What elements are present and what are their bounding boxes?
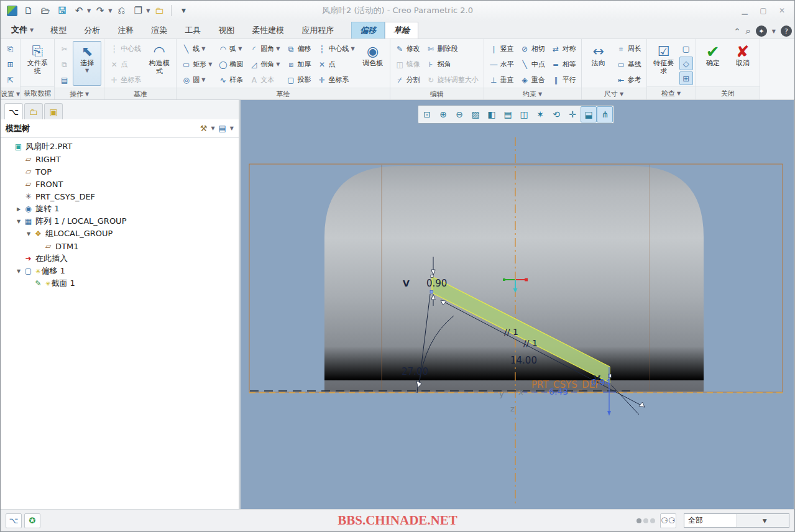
基线-button[interactable]: ▭基线 bbox=[614, 57, 644, 72]
线-button[interactable]: ╲线▼ bbox=[179, 41, 214, 57]
参考-button[interactable]: ⇤参考 bbox=[614, 72, 644, 88]
加厚-button[interactable]: ⧈加厚 bbox=[283, 57, 313, 72]
grid-settings-icon[interactable]: ⊞ bbox=[3, 57, 17, 72]
tree-item-旋转 1[interactable]: ▶◉旋转 1 bbox=[1, 203, 239, 215]
app-logo[interactable] bbox=[4, 3, 19, 18]
中点-button[interactable]: ╲中点 bbox=[518, 57, 548, 72]
确定-button[interactable]: ✔确定 bbox=[699, 41, 727, 86]
command-search-icon[interactable]: ✦ bbox=[756, 25, 767, 37]
tree-item-FRONT[interactable]: ▱FRONT bbox=[1, 178, 239, 190]
矩形-button[interactable]: ▭矩形▼ bbox=[179, 57, 214, 72]
save-icon[interactable]: 🖫 bbox=[55, 3, 70, 18]
paste-icon[interactable]: ▤ bbox=[57, 72, 71, 88]
点-button[interactable]: ✕点 bbox=[315, 57, 357, 72]
dim-length-value[interactable]: 14.00 bbox=[510, 355, 537, 366]
坐标系-button[interactable]: ✛坐标系 bbox=[107, 72, 144, 88]
file-menu-button[interactable]: 文件▼ bbox=[3, 21, 42, 39]
分割-button[interactable]: ⌿分割 bbox=[393, 72, 423, 88]
点-button[interactable]: ✕点 bbox=[107, 57, 144, 72]
dim-width-value[interactable]: 0.90 bbox=[426, 278, 447, 289]
tree-item-偏移 1[interactable]: ▼▢✳偏移 1 bbox=[1, 265, 239, 277]
tree-settings-icon[interactable]: ⚒ bbox=[200, 124, 208, 133]
chevron-down-icon[interactable]: ▼ bbox=[230, 126, 234, 131]
tab-视图[interactable]: 视图 bbox=[209, 22, 243, 39]
chevron-down-icon[interactable]: ▼ bbox=[108, 8, 112, 14]
重合-button[interactable]: ◈重合 bbox=[518, 72, 548, 88]
tab-工具[interactable]: 工具 bbox=[176, 22, 209, 39]
close-window-icon[interactable]: 🗀 bbox=[152, 3, 167, 18]
sketch-view-icon[interactable]: ⬓ bbox=[581, 106, 597, 122]
tree-item-TOP[interactable]: ▱TOP bbox=[1, 165, 239, 178]
tab-分析[interactable]: 分析 bbox=[75, 22, 109, 39]
shade-closed-loops-icon[interactable]: ▢ bbox=[679, 42, 693, 55]
navigator-toggle-icon[interactable]: ⌥ bbox=[6, 513, 22, 528]
annotation-display-icon[interactable]: ⟲ bbox=[548, 106, 564, 122]
parallel-constraint-label[interactable]: // 1 bbox=[523, 338, 538, 348]
投影-button[interactable]: ▢投影 bbox=[283, 72, 313, 88]
删除段-button[interactable]: ✄删除段 bbox=[424, 41, 481, 57]
browser-toggle-icon[interactable]: ✪ bbox=[24, 513, 40, 528]
datum-display-icon[interactable]: ✶ bbox=[532, 106, 548, 122]
ref-dim-value-2[interactable]: 0.94 bbox=[591, 377, 610, 387]
saved-views-icon[interactable]: ▤ bbox=[500, 106, 516, 122]
文件系统-button[interactable]: ⎘文件系统 bbox=[23, 41, 52, 86]
redo-icon[interactable]: ↷ bbox=[93, 3, 108, 18]
tree-item-在此插入[interactable]: ➜在此插入 bbox=[1, 252, 239, 265]
undo-icon[interactable]: ↶ bbox=[71, 3, 86, 18]
拐角-button[interactable]: ⊦拐角 bbox=[424, 57, 481, 72]
tree-expander[interactable]: ▼ bbox=[14, 268, 23, 274]
修改-button[interactable]: ✎修改 bbox=[393, 41, 423, 57]
ref-dim-value[interactable]: 6.43 bbox=[549, 387, 568, 397]
new-file-icon[interactable]: 🗋 bbox=[21, 3, 36, 18]
垂直-button[interactable]: ⊥垂直 bbox=[487, 72, 517, 88]
构造模式-button[interactable]: ◠构造模式 bbox=[145, 41, 173, 86]
法向-button[interactable]: ↔法向 bbox=[584, 41, 613, 86]
search-icon[interactable]: ⌕ bbox=[745, 25, 750, 37]
group-label-检查[interactable]: 检查▼ bbox=[647, 86, 696, 99]
cut-icon[interactable]: ✂ bbox=[57, 41, 71, 57]
tab-dashboard-偏移[interactable]: 偏移 bbox=[351, 22, 385, 39]
display-style-icon[interactable]: ◧ bbox=[484, 106, 500, 122]
竖直-button[interactable]: ∣竖直 bbox=[487, 41, 517, 57]
tree-expander[interactable]: ▶ bbox=[14, 206, 23, 212]
open-file-icon[interactable]: 🗁 bbox=[38, 3, 53, 18]
tab-柔性建模[interactable]: 柔性建模 bbox=[243, 22, 293, 39]
minimize-button[interactable]: ▁ bbox=[736, 4, 753, 17]
selection-filter-dropdown[interactable]: 全部 ▼ bbox=[684, 513, 789, 528]
tree-item-阵列 1 / LOCAL_GROUP[interactable]: ▼▦阵列 1 / LOCAL_GROUP bbox=[1, 215, 239, 227]
tree-expander[interactable]: ▼ bbox=[24, 231, 33, 237]
graphics-area[interactable]: 0.90 V 27.00 14.00 // 1 // 1 V PRT_CSYS_… bbox=[241, 100, 794, 509]
find-icon[interactable]: ⚆⚆ bbox=[660, 513, 676, 528]
圆角-button[interactable]: ◜圆角▼ bbox=[247, 41, 282, 57]
偏移-button[interactable]: ⧉偏移 bbox=[283, 41, 313, 57]
文本-button[interactable]: A文本 bbox=[247, 72, 282, 88]
圆-button[interactable]: ◎圆▼ bbox=[179, 72, 214, 88]
parallel-constraint-label[interactable]: // 1 bbox=[504, 327, 518, 337]
maximize-button[interactable]: ▢ bbox=[755, 4, 772, 17]
group-label-约束[interactable]: 约束▼ bbox=[484, 88, 581, 99]
椭圆-button[interactable]: ◯椭圆 bbox=[216, 57, 246, 72]
tab-注释[interactable]: 注释 bbox=[109, 22, 142, 39]
dim-angle-value[interactable]: 27.00 bbox=[402, 366, 428, 377]
chevron-down-icon[interactable]: ▼ bbox=[772, 29, 776, 34]
close-button[interactable]: ✕ bbox=[773, 4, 791, 17]
vertex-handle[interactable] bbox=[431, 275, 433, 278]
overlapping-geometry-icon[interactable]: ⊞ bbox=[679, 71, 693, 85]
选择-button[interactable]: ⬉选择▼ bbox=[73, 41, 101, 86]
tree-item-DTM1[interactable]: ▱DTM1 bbox=[1, 240, 239, 252]
坐标系-button[interactable]: ✛坐标系 bbox=[315, 72, 357, 88]
group-label-设置[interactable]: 设置▼ bbox=[1, 88, 20, 99]
tree-item-组LOCAL_GROUP[interactable]: ▼❖组LOCAL_GROUP bbox=[1, 227, 239, 240]
zoom-out-icon[interactable]: ⊖ bbox=[451, 106, 467, 122]
copy-icon[interactable]: ⧉ bbox=[57, 57, 71, 72]
tree-item-PRT_CSYS_DEF[interactable]: ✳PRT_CSYS_DEF bbox=[1, 190, 239, 203]
favorites-tab-icon[interactable]: ▣ bbox=[44, 103, 63, 119]
zoom-region-icon[interactable]: ⊡ bbox=[419, 106, 435, 122]
qat-customize-dropdown[interactable]: ▼ bbox=[176, 3, 191, 18]
平行-button[interactable]: ∥平行 bbox=[549, 72, 579, 88]
model-tree-tab-icon[interactable]: ⌥ bbox=[4, 103, 23, 119]
tab-应用程序[interactable]: 应用程序 bbox=[293, 22, 342, 39]
对称-button[interactable]: ⇄对称 bbox=[549, 41, 579, 57]
倒角-button[interactable]: ◿倒角▼ bbox=[247, 57, 282, 72]
中心线-button[interactable]: ┆中心线▼ bbox=[315, 41, 357, 57]
